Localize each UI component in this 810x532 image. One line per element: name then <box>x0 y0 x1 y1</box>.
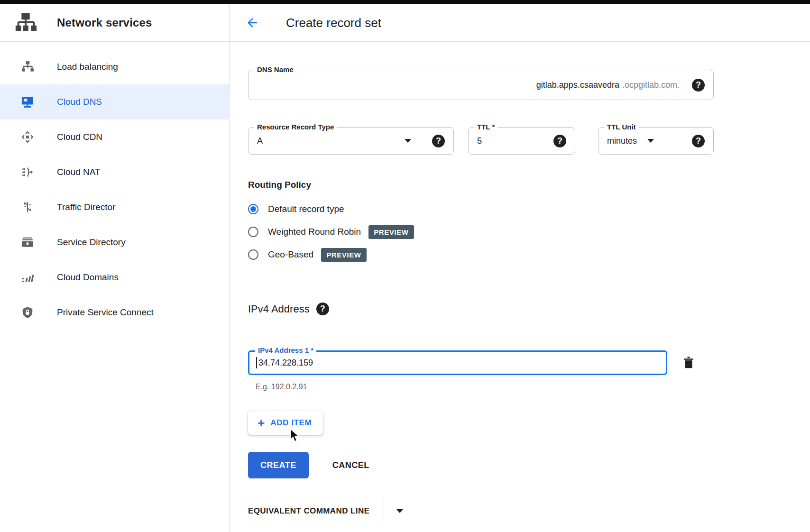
service-directory-icon <box>21 236 34 249</box>
sidebar-item-cloud-cdn[interactable]: Cloud CDN <box>0 119 229 155</box>
routing-option-default[interactable]: Default record type <box>248 201 714 217</box>
sidebar-item-cloud-domains[interactable]: Cloud Domains <box>0 260 229 295</box>
dns-name-label: DNS Name <box>254 65 296 74</box>
chevron-down-icon <box>396 509 403 513</box>
routing-option-weighted-round-robin[interactable]: Weighted Round Robin PREVIEW <box>248 224 714 240</box>
ttl-help-icon[interactable]: ? <box>553 135 566 147</box>
chevron-down-icon <box>647 139 654 143</box>
routing-option-label: Geo-Based <box>268 249 313 260</box>
ttl-unit-label: TTL Unit <box>604 123 639 131</box>
ipv4-helper-text: E.g. 192.0.2.91 <box>248 383 714 391</box>
cloud-domains-icon <box>21 271 34 284</box>
sidebar-item-label: Traffic Director <box>57 202 116 212</box>
sidebar-item-cloud-dns[interactable]: Cloud DNS <box>0 84 229 119</box>
radio-unselected-icon <box>248 249 258 260</box>
sidebar-header: Network services <box>0 0 229 42</box>
ipv4-address-section: IPv4 Address ? <box>248 303 714 315</box>
cloud-cdn-icon <box>21 130 34 144</box>
resource-record-type-select[interactable]: Resource Record Type A ? <box>248 127 454 155</box>
sidebar-item-label: Private Service Connect <box>57 307 154 318</box>
cancel-button[interactable]: CANCEL <box>332 460 369 470</box>
record-set-form: DNS Name gitlab.apps.csaavedra .ocpgitla… <box>248 42 714 525</box>
divider <box>384 497 384 525</box>
sidebar-item-label: Cloud CDN <box>57 132 102 142</box>
ttl-value: 5 <box>477 136 482 146</box>
cloud-dns-icon <box>21 95 34 109</box>
command-line-expand-button[interactable] <box>396 509 403 513</box>
equivalent-command-line-row: EQUIVALENT COMMAND LINE <box>248 497 714 525</box>
add-item-button[interactable]: + ADD ITEM <box>248 411 323 435</box>
page-title: Create record set <box>286 16 381 30</box>
main-panel: Create record set DNS Name gitlab.apps.c… <box>230 0 810 532</box>
routing-option-geo-based[interactable]: Geo-Based PREVIEW <box>248 247 714 263</box>
routing-option-label: Default record type <box>268 204 344 214</box>
sidebar-item-cloud-nat[interactable]: Cloud NAT <box>0 155 229 190</box>
ttl-input[interactable]: TTL * 5 ? <box>468 127 575 155</box>
sidebar-item-load-balancing[interactable]: Load balancing <box>0 49 229 84</box>
dns-name-field[interactable]: DNS Name gitlab.apps.csaavedra .ocpgitla… <box>248 70 714 100</box>
ipv4-address-input-label: IPv4 Address 1 * <box>255 346 316 355</box>
radio-unselected-icon <box>248 227 258 237</box>
ipv4-address-help-icon[interactable]: ? <box>316 303 329 315</box>
add-item-label: ADD ITEM <box>270 418 312 428</box>
screen-top-bar <box>0 0 810 4</box>
text-cursor <box>256 357 257 368</box>
radio-selected-icon <box>248 204 258 214</box>
sidebar-nav: Load balancing Cloud DNS <box>0 42 229 330</box>
ttl-unit-help-icon[interactable]: ? <box>692 135 705 147</box>
sidebar-item-label: Cloud DNS <box>57 97 102 107</box>
back-arrow-icon[interactable] <box>245 16 259 30</box>
plus-icon: + <box>258 417 265 429</box>
ipv4-address-input[interactable]: IPv4 Address 1 * 34.74.228.159 <box>248 350 667 375</box>
chevron-down-icon <box>405 139 411 143</box>
ttl-unit-value: minutes <box>607 136 637 146</box>
sidebar-item-label: Load balancing <box>57 62 118 72</box>
sidebar: Network services Load balancing <box>0 0 230 532</box>
sidebar-item-traffic-director[interactable]: Traffic Director <box>0 190 229 225</box>
network-services-icon <box>14 11 38 35</box>
routing-option-label: Weighted Round Robin <box>268 227 361 237</box>
record-options-row: Resource Record Type A ? TTL * 5 ? TTL U… <box>248 127 714 155</box>
traffic-director-icon <box>21 201 34 214</box>
ipv4-address-value: 34.74.228.159 <box>258 358 313 368</box>
add-item-area: + ADD ITEM <box>248 411 714 435</box>
dns-name-help-icon[interactable]: ? <box>692 79 705 92</box>
dns-name-value: gitlab.apps.csaavedra <box>536 80 619 90</box>
load-balancing-icon <box>21 60 34 73</box>
preview-badge: PREVIEW <box>368 225 414 239</box>
ipv4-address-heading: IPv4 Address <box>248 303 310 315</box>
delete-item-icon[interactable] <box>681 356 696 370</box>
ttl-unit-select[interactable]: TTL Unit minutes ? <box>598 127 714 155</box>
resource-record-type-help-icon[interactable]: ? <box>432 135 445 147</box>
resource-record-type-label: Resource Record Type <box>254 123 337 131</box>
ipv4-address-row: IPv4 Address 1 * 34.74.228.159 <box>248 350 714 375</box>
page-header: Create record set <box>230 0 810 42</box>
resource-record-type-value: A <box>257 136 263 146</box>
sidebar-item-label: Service Directory <box>57 237 126 248</box>
sidebar-title: Network services <box>57 16 152 29</box>
sidebar-item-private-service-connect[interactable]: Private Service Connect <box>0 295 229 330</box>
equivalent-command-line-button[interactable]: EQUIVALENT COMMAND LINE <box>248 506 369 516</box>
dns-name-suffix: .ocpgitlab.com. <box>622 80 680 90</box>
sidebar-item-label: Cloud NAT <box>57 167 101 177</box>
sidebar-item-service-directory[interactable]: Service Directory <box>0 225 229 260</box>
private-service-connect-icon <box>21 306 34 319</box>
sidebar-item-label: Cloud Domains <box>57 272 119 283</box>
preview-badge: PREVIEW <box>321 248 366 262</box>
routing-policy-heading: Routing Policy <box>248 180 714 190</box>
ttl-label: TTL * <box>474 123 497 131</box>
cloud-nat-icon <box>21 165 34 179</box>
form-actions: CREATE CANCEL <box>248 452 714 478</box>
create-button[interactable]: CREATE <box>248 452 309 478</box>
